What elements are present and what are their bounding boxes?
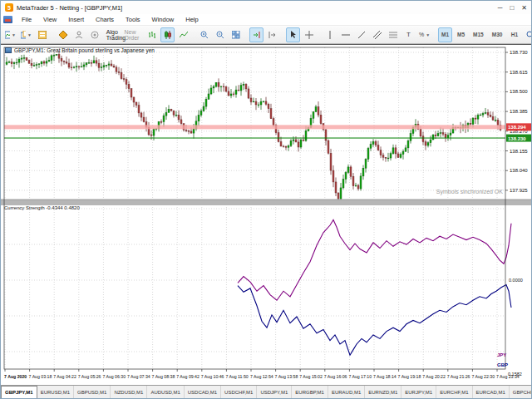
trendline-button[interactable] bbox=[354, 27, 368, 42]
menu-charts[interactable]: Charts bbox=[90, 15, 120, 24]
symbol-tab-nzdusd[interactable]: NZDUSD,M1 bbox=[111, 386, 147, 399]
level-price-badge-text: 138.230 bbox=[508, 136, 526, 141]
menu-tools[interactable]: Tools bbox=[120, 15, 146, 24]
candle-body bbox=[270, 109, 272, 119]
menu-window[interactable]: Window bbox=[146, 15, 180, 24]
timeframe-m5-button[interactable]: M5 bbox=[454, 27, 468, 42]
candle-body bbox=[370, 145, 372, 149]
line-chart-button[interactable] bbox=[176, 27, 190, 42]
candle-body bbox=[362, 168, 364, 176]
symbol-tab-eurnzd[interactable]: EURNZD,M1 bbox=[365, 386, 401, 399]
cursor-button[interactable] bbox=[286, 27, 300, 42]
candle-body bbox=[28, 61, 30, 64]
candle-body bbox=[402, 151, 404, 155]
maximize-button[interactable]: □ bbox=[510, 4, 514, 12]
symbol-tab-usdchf[interactable]: USDCHF,M1 bbox=[221, 386, 257, 399]
timeframe-m1-button[interactable]: M1 bbox=[438, 27, 452, 42]
close-button[interactable]: ✕ bbox=[521, 4, 527, 12]
candle-body bbox=[345, 172, 347, 179]
crosshair-button[interactable] bbox=[302, 27, 316, 42]
time-tick-label: 7 Aug 19:18 bbox=[398, 374, 421, 379]
symbol-tabs: GBPJPY,M1EURUSD,M1GBPUSD,M1NZDUSD,M1AUDU… bbox=[1, 386, 532, 399]
new-order-label: New Order bbox=[125, 29, 140, 41]
candle-body bbox=[347, 167, 349, 173]
symbol-tab-gbpusd[interactable]: GBPUSD,M1 bbox=[74, 386, 111, 399]
symbols-button[interactable] bbox=[56, 27, 70, 42]
candlestick-chart-button[interactable] bbox=[160, 27, 175, 42]
candle-body bbox=[128, 84, 130, 88]
new-chart-button[interactable]: ▼ bbox=[3, 27, 17, 42]
symbol-tab-audusd[interactable]: AUDUSD,M1 bbox=[147, 386, 184, 399]
menu-insert[interactable]: Insert bbox=[62, 15, 90, 24]
symbol-tab-eurgbp[interactable]: EURGBP,M1 bbox=[292, 386, 328, 399]
chart-canvas[interactable]: 138.730138.615138.500138.385138.270138.1… bbox=[1, 45, 532, 386]
timeframe-m30-button[interactable]: M30 bbox=[489, 27, 506, 42]
menu-view[interactable]: View bbox=[37, 15, 62, 24]
horizontal-line-icon bbox=[342, 32, 350, 38]
zoom-in-button[interactable] bbox=[197, 27, 211, 42]
symbol-tab-euraud[interactable]: EURAUD,M1 bbox=[328, 386, 365, 399]
candle-body bbox=[437, 133, 439, 135]
new-order-button[interactable]: New Order bbox=[124, 27, 138, 42]
candle-body bbox=[313, 112, 314, 119]
candle-body bbox=[101, 67, 102, 68]
search-button[interactable] bbox=[523, 27, 532, 42]
toolbox-button[interactable] bbox=[71, 27, 86, 42]
candle-body bbox=[168, 109, 170, 112]
candle-body bbox=[245, 84, 247, 89]
profiles-button[interactable]: ▼ bbox=[19, 27, 33, 42]
symbol-tab-eurusd[interactable]: EURUSD,M1 bbox=[37, 386, 74, 399]
timeframe-h1-button[interactable]: H1 bbox=[507, 27, 521, 42]
symbol-tab-usdjpy[interactable]: USDJPY,M1 bbox=[257, 386, 292, 399]
fibonacci-button[interactable] bbox=[386, 27, 400, 42]
candle-body bbox=[165, 112, 167, 116]
menu-help[interactable]: Help bbox=[180, 15, 204, 24]
candle-body bbox=[36, 65, 37, 66]
candle-body bbox=[298, 142, 299, 147]
symbol-tab-eurchf[interactable]: EURCHF,M1 bbox=[436, 386, 472, 399]
auto-scroll-button[interactable] bbox=[249, 27, 264, 42]
candle-body bbox=[365, 160, 367, 169]
menu-items: FileViewInsertChartsToolsWindowHelp bbox=[16, 15, 204, 24]
horizontal-line-button[interactable] bbox=[338, 27, 352, 42]
candle-body bbox=[243, 84, 244, 85]
vertical-line-button[interactable] bbox=[323, 27, 337, 42]
candle-body bbox=[58, 54, 60, 58]
text-tool-button[interactable]: T bbox=[401, 27, 416, 42]
candle-body bbox=[113, 66, 115, 67]
candle-body bbox=[78, 66, 80, 67]
candle-body bbox=[116, 67, 117, 71]
bar-chart-button[interactable] bbox=[145, 27, 159, 42]
candle-body bbox=[138, 106, 140, 113]
algo-trading-button[interactable]: Algo Trading bbox=[108, 27, 122, 42]
symbol-tab-usdcad[interactable]: USDCAD,M1 bbox=[185, 386, 221, 399]
candle-body bbox=[355, 185, 357, 186]
candle-body bbox=[140, 113, 142, 117]
symbol-tab-gbpjpy[interactable]: GBPJPY,M1 bbox=[1, 386, 37, 399]
chart-area[interactable]: 138.730138.615138.500138.385138.270138.1… bbox=[1, 44, 532, 385]
candle-body bbox=[240, 86, 242, 91]
menu-file[interactable]: File bbox=[16, 15, 37, 24]
candle-body bbox=[315, 107, 317, 112]
candle-body bbox=[407, 140, 409, 148]
candle-body bbox=[372, 141, 374, 144]
chart-shift-button[interactable] bbox=[265, 27, 279, 42]
market-button[interactable] bbox=[87, 27, 101, 42]
time-tick-label: 7 Aug 07:34 bbox=[127, 374, 150, 379]
symbol-tab-gbpchf[interactable]: GBPCHF,M1 bbox=[510, 386, 532, 399]
timeframe-m15-button[interactable]: M15 bbox=[470, 27, 487, 42]
symbol-tab-eurcad[interactable]: EURCAD,M1 bbox=[473, 386, 510, 399]
candle-body bbox=[357, 185, 359, 189]
data-window-button[interactable] bbox=[35, 27, 49, 42]
shapes-button[interactable]: %▼ bbox=[417, 27, 431, 42]
candle-body bbox=[387, 158, 389, 159]
price-tick-label: 138.385 bbox=[510, 109, 528, 114]
candle-body bbox=[328, 140, 329, 153]
symbol-tab-eurjpy[interactable]: EURJPY,M1 bbox=[401, 386, 436, 399]
tile-windows-button[interactable] bbox=[229, 27, 243, 42]
minimize-button[interactable]: ─ bbox=[498, 4, 503, 12]
time-tick-label: 7 Aug 12:54 bbox=[250, 374, 273, 379]
window-title: MetaTrader 5 - Netting - [GBPJPY,M1] bbox=[17, 4, 122, 12]
channel-button[interactable] bbox=[370, 27, 384, 42]
zoom-out-button[interactable] bbox=[213, 27, 227, 42]
